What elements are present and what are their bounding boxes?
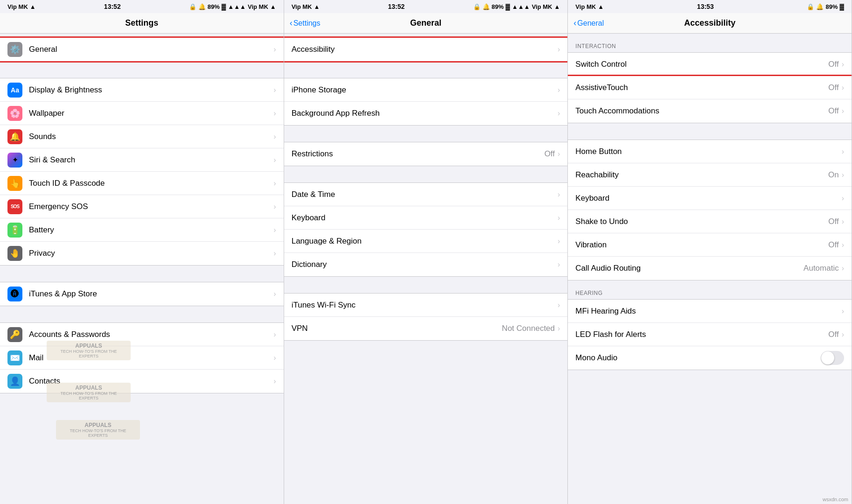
settings-item-vibration[interactable]: Vibration Off ›	[568, 233, 852, 257]
nav-back-2[interactable]: ‹ Settings	[290, 18, 321, 28]
reachability-chevron: ›	[842, 171, 844, 179]
shakeundo-value: Off	[828, 217, 838, 226]
settings-item-accounts[interactable]: 🔑 Accounts & Passwords ›	[0, 323, 284, 346]
settings-item-switchcontrol[interactable]: Switch Control Off ›	[568, 53, 852, 76]
keyboard-acc-label: Keyboard	[575, 194, 841, 203]
settings-item-dictionary[interactable]: Dictionary ›	[284, 253, 568, 276]
touchacc-value: Off	[828, 106, 838, 116]
language-label: Language & Region	[292, 237, 558, 246]
settings-item-ledflash[interactable]: LED Flash for Alerts Off ›	[568, 323, 852, 346]
group-general: ⚙️ General ›	[0, 37, 284, 62]
settings-item-storage[interactable]: iPhone Storage ›	[284, 78, 568, 102]
settings-item-itunes[interactable]: 🅐 iTunes & App Store ›	[0, 282, 284, 306]
settings-item-mfi[interactable]: MFi Hearing Aids ›	[568, 300, 852, 323]
bgrefresh-label: Background App Refresh	[292, 109, 558, 118]
settings-item-sounds[interactable]: 🔔 Sounds ›	[0, 125, 284, 148]
vibration-label: Vibration	[575, 240, 828, 250]
group-interaction: Switch Control Off › AssistiveTouch Off …	[568, 52, 852, 123]
contacts-chevron: ›	[273, 377, 276, 385]
status-bar-2: Vip MK ▲ 13:52 🔒 🔔 89% ▓ ▲▲▲ Vip MK ▲	[284, 0, 568, 13]
settings-item-keyboard-acc[interactable]: Keyboard ›	[568, 187, 852, 210]
settings-item-shakeundo[interactable]: Shake to Undo Off ›	[568, 210, 852, 233]
carrier2-1: Vip MK	[248, 3, 268, 10]
settings-item-privacy[interactable]: 🤚 Privacy ›	[0, 242, 284, 265]
dictionary-chevron: ›	[558, 260, 560, 269]
mail-chevron: ›	[273, 354, 276, 362]
wallpaper-icon: 🌸	[7, 106, 22, 121]
siri-chevron: ›	[273, 156, 276, 164]
sounds-chevron: ›	[273, 133, 276, 141]
group-datetime-dict: Date & Time › Keyboard › Language & Regi…	[284, 182, 568, 277]
homebutton-label: Home Button	[575, 147, 841, 156]
ledflash-label: LED Flash for Alerts	[575, 330, 828, 339]
switchcontrol-value: Off	[828, 60, 838, 69]
contacts-icon: 👤	[7, 374, 22, 389]
settings-item-itunes-wifi[interactable]: iTunes Wi-Fi Sync ›	[284, 294, 568, 317]
settings-item-vpn[interactable]: VPN Not Connected ›	[284, 317, 568, 340]
settings-item-accessibility[interactable]: Accessibility ›	[284, 38, 568, 61]
alarm-icon-2: 🔔	[482, 3, 490, 10]
settings-item-battery[interactable]: 🔋 Battery ›	[0, 218, 284, 242]
settings-item-keyboard[interactable]: Keyboard ›	[284, 206, 568, 230]
back-label-2: Settings	[293, 19, 321, 28]
itunes-label: iTunes & App Store	[29, 289, 273, 299]
settings-item-touchid[interactable]: 👆 Touch ID & Passcode ›	[0, 172, 284, 195]
settings-item-callaudio[interactable]: Call Audio Routing Automatic ›	[568, 257, 852, 280]
reachability-label: Reachability	[575, 170, 828, 180]
settings-item-reachability[interactable]: Reachability On ›	[568, 163, 852, 187]
wallpaper-label: Wallpaper	[29, 109, 273, 118]
settings-item-datetime[interactable]: Date & Time ›	[284, 183, 568, 206]
settings-item-touchacc[interactable]: Touch Accommodations Off ›	[568, 99, 852, 123]
group-hearing: MFi Hearing Aids › LED Flash for Alerts …	[568, 299, 852, 370]
mono-audio-toggle[interactable]	[821, 351, 844, 365]
battery-pct-2: 89%	[492, 3, 504, 10]
vibration-value: Off	[828, 240, 838, 250]
settings-item-contacts[interactable]: 👤 Contacts ›	[0, 370, 284, 393]
battery-icon-3: ▓	[840, 3, 844, 10]
alarm-icon-1: 🔔	[198, 3, 206, 10]
back-chevron-3: ‹	[573, 18, 576, 28]
storage-chevron: ›	[558, 86, 560, 94]
mfi-label: MFi Hearing Aids	[575, 307, 841, 316]
assistivetouch-label: AssistiveTouch	[575, 83, 828, 92]
privacy-icon: 🤚	[7, 246, 22, 261]
settings-item-assistivetouch[interactable]: AssistiveTouch Off ›	[568, 76, 852, 99]
status-left-1: Vip MK ▲	[7, 3, 36, 10]
nav-back-3[interactable]: ‹ General	[573, 18, 604, 28]
signal-icon-2: ▲▲▲	[512, 3, 530, 10]
nav-title-3: Accessibility	[684, 18, 735, 28]
settings-item-language[interactable]: Language & Region ›	[284, 230, 568, 253]
settings-item-siri[interactable]: ✦ Siri & Search ›	[0, 148, 284, 172]
settings-item-sos[interactable]: SOS Emergency SOS ›	[0, 195, 284, 218]
mail-icon: ✉️	[7, 350, 22, 365]
switchcontrol-chevron: ›	[842, 60, 844, 69]
touchacc-chevron: ›	[842, 107, 844, 115]
switchcontrol-label: Switch Control	[575, 60, 828, 69]
battery-pct-1: 89%	[208, 3, 220, 10]
settings-item-restrictions[interactable]: Restrictions Off ›	[284, 142, 568, 166]
display-icon: Aa	[7, 83, 22, 98]
group-accessibility: Accessibility ›	[284, 37, 568, 62]
settings-item-display[interactable]: Aa Display & Brightness ›	[0, 78, 284, 102]
datetime-label: Date & Time	[292, 190, 558, 199]
callaudio-label: Call Audio Routing	[575, 264, 803, 273]
wallpaper-chevron: ›	[273, 109, 276, 118]
ituneswifi-chevron: ›	[558, 301, 560, 309]
settings-item-general[interactable]: ⚙️ General ›	[0, 38, 284, 61]
wifi2-icon-2: ▲	[554, 3, 560, 10]
settings-item-wallpaper[interactable]: 🌸 Wallpaper ›	[0, 102, 284, 125]
touchid-icon: 👆	[7, 176, 22, 191]
homebutton-chevron: ›	[842, 147, 844, 156]
touchid-chevron: ›	[273, 179, 276, 188]
callaudio-chevron: ›	[842, 264, 844, 273]
settings-item-monoaudio[interactable]: Mono Audio	[568, 346, 852, 370]
settings-item-bgrefresh[interactable]: Background App Refresh ›	[284, 102, 568, 125]
accounts-label: Accounts & Passwords	[29, 330, 273, 339]
siri-label: Siri & Search	[29, 155, 273, 165]
accessibility-panel: Vip MK ▲ 13:53 🔒 🔔 89% ▓ ‹ General Acces…	[568, 0, 852, 504]
group-accounts: 🔑 Accounts & Passwords › ✉️ Mail › 👤 Con…	[0, 322, 284, 393]
settings-item-homebutton[interactable]: Home Button ›	[568, 140, 852, 163]
settings-item-mail[interactable]: ✉️ Mail ›	[0, 346, 284, 370]
keyboard-chevron: ›	[558, 214, 560, 222]
assistivetouch-chevron: ›	[842, 84, 844, 92]
